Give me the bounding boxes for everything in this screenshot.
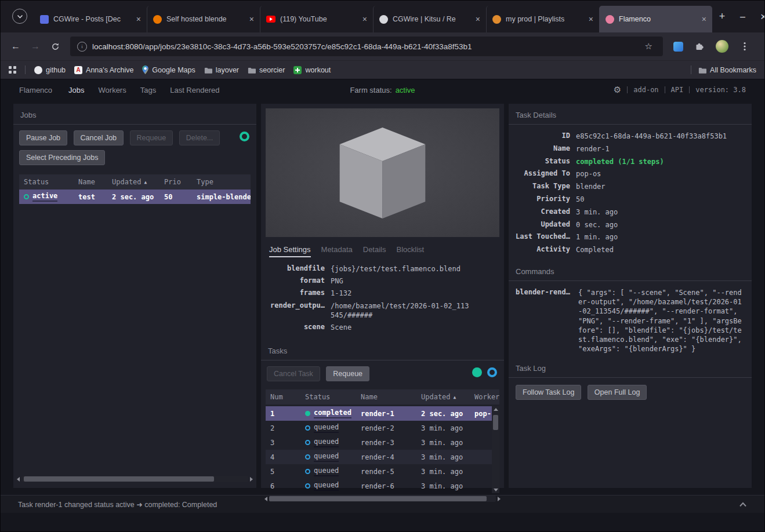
all-bookmarks-button[interactable]: All Bookmarks [698, 66, 756, 74]
column-type[interactable]: Type [192, 174, 251, 190]
requeue-task-button[interactable]: Requeue [326, 366, 369, 381]
chevron-down-icon [17, 14, 23, 19]
job-status-indicator [240, 132, 249, 141]
browser-tab-flamenco[interactable]: Flamenco × [599, 6, 712, 32]
api-link[interactable]: API [671, 86, 684, 94]
scroll-up-icon[interactable] [494, 408, 498, 411]
browser-tab-playlists[interactable]: my prod | Playlists × [486, 6, 599, 32]
scrollbar-track[interactable] [269, 495, 496, 502]
column-name[interactable]: Name [356, 389, 416, 405]
folder-icon [248, 67, 256, 74]
jobs-table-empty-area [13, 204, 256, 473]
browser-tab-blender[interactable]: Self hosted blende × [147, 6, 260, 32]
nav-item-tags[interactable]: Tags [140, 86, 156, 94]
tab-close-icon[interactable]: × [699, 14, 709, 24]
puzzle-icon [695, 42, 704, 51]
jobs-button-bar: Pause Job Cancel Job Requeue Delete... S… [13, 125, 256, 171]
tasks-horizontal-scrollbar[interactable] [264, 494, 501, 503]
task-row[interactable]: 2 queued render-2 3 min. ago [266, 421, 492, 435]
scrollbar-thumb[interactable] [493, 415, 498, 430]
nav-item-jobs[interactable]: Jobs [68, 86, 84, 94]
tab-details[interactable]: Details [363, 245, 386, 257]
tab-close-icon[interactable]: × [473, 14, 483, 24]
task-row[interactable]: 6 queued render-6 3 min. ago [266, 479, 492, 493]
minimize-button[interactable]: – [740, 12, 745, 22]
close-window-button[interactable]: × [760, 10, 765, 23]
new-tab-button[interactable]: + [713, 8, 731, 25]
cancel-job-button[interactable]: Cancel Job [74, 130, 124, 145]
extensions-puzzle-icon[interactable] [690, 37, 709, 56]
tab-blocklist[interactable]: Blocklist [397, 245, 425, 257]
job-settings-list: blendfile{jobs}/test/test.flamenco.blend… [261, 257, 504, 337]
task-row[interactable]: 5 queued render-5 3 min. ago [266, 464, 492, 479]
column-prio[interactable]: Prio [159, 174, 192, 190]
column-status[interactable]: Status [19, 174, 74, 190]
list-all-tabs-button[interactable] [12, 9, 27, 24]
tasks-vertical-scrollbar[interactable] [492, 406, 499, 493]
address-bar[interactable]: i localhost:8080/app/jobs/23e3810c-38c3-… [70, 37, 663, 56]
nav-item-last-rendered[interactable]: Last Rendered [170, 86, 219, 94]
browser-tab-cgwire-posts[interactable]: CGWire - Posts [Dec × [34, 6, 147, 32]
scrollbar-thumb[interactable] [269, 496, 487, 501]
scrollbar-thumb[interactable] [24, 476, 214, 482]
task-row[interactable]: 4 queued render-4 3 min. ago [266, 450, 492, 464]
field-task-type: Task Typeblender [516, 182, 745, 192]
scroll-left-icon[interactable] [264, 497, 267, 501]
bookmark-folder-layover[interactable]: layover [204, 66, 239, 74]
scroll-right-icon[interactable] [250, 477, 253, 482]
tab-metadata[interactable]: Metadata [321, 245, 353, 257]
bookmark-folder-seorcier[interactable]: seorcier [248, 66, 285, 74]
site-info-icon[interactable]: i [77, 42, 87, 52]
select-preceding-jobs-button[interactable]: Select Preceding Jobs [19, 150, 105, 165]
queued-status-icon [305, 469, 310, 474]
job-row[interactable]: active test 2 sec. ago 50 simple-blende [19, 190, 251, 204]
settings-gear-icon[interactable]: ⚙ [614, 85, 621, 95]
tab-close-icon[interactable]: × [586, 14, 596, 24]
profile-avatar[interactable] [716, 40, 728, 53]
tab-close-icon[interactable]: × [247, 14, 256, 24]
separator [689, 86, 690, 93]
flamenco-brand[interactable]: Flamenco [19, 86, 52, 94]
scroll-right-icon[interactable] [498, 497, 501, 501]
column-updated[interactable]: Updated▲ [107, 174, 159, 190]
open-full-log-button[interactable]: Open Full Log [588, 385, 647, 400]
reload-button[interactable] [46, 37, 64, 56]
follow-task-log-button[interactable]: Follow Task Log [516, 385, 581, 400]
scrollbar-track[interactable] [21, 476, 248, 482]
jobs-horizontal-scrollbar[interactable] [17, 475, 253, 483]
requeue-job-button: Requeue [130, 130, 173, 145]
expand-notifications-button[interactable] [739, 500, 747, 509]
nav-item-workers[interactable]: Workers [99, 86, 126, 94]
apps-grid-icon[interactable] [9, 66, 16, 74]
menu-button[interactable] [735, 37, 754, 56]
completed-status-icon [472, 367, 482, 377]
extension-icon[interactable] [673, 42, 683, 52]
bookmark-annas-archive[interactable]: A Anna's Archive [74, 66, 133, 74]
column-num[interactable]: Num [266, 389, 300, 405]
browser-tab-youtube[interactable]: (119) YouTube × [260, 6, 373, 32]
column-updated[interactable]: Updated▲ [416, 389, 470, 405]
tab-close-icon[interactable]: × [134, 14, 143, 24]
tab-title: CGWire | Kitsu / Re [393, 15, 469, 23]
scroll-down-icon[interactable] [494, 489, 498, 491]
back-button[interactable]: ← [6, 37, 25, 56]
command-name: blender-rend… [516, 288, 578, 354]
pause-job-button[interactable]: Pause Job [19, 130, 67, 145]
column-status[interactable]: Status [300, 389, 356, 405]
sort-asc-icon: ▲ [454, 395, 456, 400]
column-worker[interactable]: Worker [470, 389, 499, 405]
addon-link[interactable]: add-on [633, 86, 658, 94]
browser-tab-kitsu[interactable]: CGWire | Kitsu / Re × [373, 6, 486, 32]
task-row[interactable]: 1 completed render-1 2 sec. ago pop- [266, 406, 492, 421]
column-name[interactable]: Name [74, 174, 107, 190]
bookmark-github[interactable]: github [34, 66, 66, 74]
bookmark-workout[interactable]: workout [293, 66, 331, 74]
queued-status-icon [305, 483, 310, 489]
bookmark-google-maps[interactable]: Google Maps [142, 65, 195, 74]
task-row[interactable]: 3 queued render-3 3 min. ago [266, 435, 492, 450]
bookmark-star-icon[interactable]: ☆ [641, 41, 656, 52]
tab-close-icon[interactable]: × [360, 14, 369, 24]
forward-button[interactable]: → [26, 37, 45, 56]
scroll-left-icon[interactable] [17, 477, 20, 482]
tab-job-settings[interactable]: Job Settings [269, 245, 311, 257]
